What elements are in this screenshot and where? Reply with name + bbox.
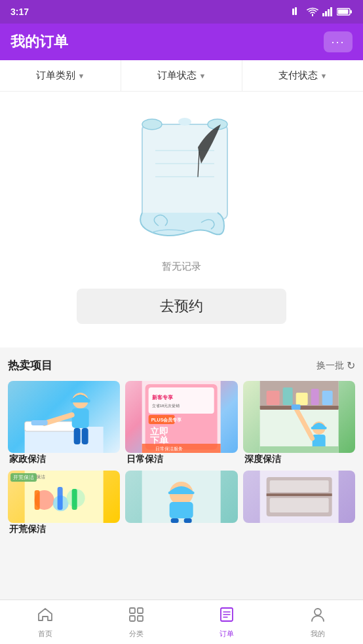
hot-header: 热卖项目 换一批 ↻ — [8, 358, 355, 373]
svg-text:立省18元次促销: 立省18元次促销 — [152, 403, 180, 408]
svg-rect-40 — [282, 387, 292, 405]
page-title: 我的订单 — [10, 32, 68, 52]
hot-item-image-3 — [243, 381, 355, 453]
hot-item-home-cleaning[interactable]: 家政保洁 — [8, 381, 120, 465]
empty-text: 暂无记录 — [162, 260, 201, 273]
filter-category-label: 订单类别 — [36, 69, 75, 82]
filter-payment-status[interactable]: 支付状态 ▼ — [242, 60, 363, 91]
hot-grid: 家政保洁 新客专享 立省18元次促销 — [8, 381, 355, 465]
svg-rect-9 — [142, 124, 227, 219]
nav-home[interactable]: 首页 — [0, 600, 91, 644]
svg-rect-23 — [74, 428, 81, 444]
nav-category[interactable]: 分类 — [91, 600, 182, 644]
svg-rect-3 — [325, 11, 327, 16]
svg-rect-27 — [149, 387, 214, 414]
svg-rect-69 — [269, 480, 328, 492]
grid-icon — [128, 606, 145, 627]
empty-state: 暂无记录 去预约 — [0, 92, 363, 348]
svg-rect-2 — [322, 13, 324, 16]
hot-item-image-5 — [125, 471, 237, 523]
hot-item-image-6 — [243, 471, 355, 523]
hot-item-pioneer-cleaning[interactable]: 开荒保洁 开荒保洁 开荒保洁 — [8, 471, 120, 535]
hot-item-label-1: 家政保洁 — [8, 454, 46, 464]
hot-item-daily-cleaning[interactable]: 新客专享 立省18元次促销 PLUS会员专享 立即 下单 日常保洁服务 — [125, 381, 237, 465]
chevron-down-icon: ▼ — [320, 72, 328, 80]
user-icon — [309, 606, 326, 627]
svg-rect-71 — [130, 608, 135, 613]
svg-rect-7 — [351, 10, 353, 14]
hot-item-5[interactable] — [125, 471, 237, 535]
svg-text:日常保洁服务: 日常保洁服务 — [155, 446, 183, 451]
status-time: 3:17 — [10, 7, 29, 17]
hot-item-deep-cleaning[interactable]: 深度保洁 — [243, 381, 355, 465]
bottom-nav: 首页 分类 订单 — [0, 599, 363, 644]
sim-icon — [292, 7, 303, 16]
nav-profile[interactable]: 我的 — [273, 600, 364, 644]
filter-payment-label: 支付状态 — [278, 69, 318, 82]
svg-point-11 — [178, 118, 191, 126]
svg-rect-65 — [184, 518, 192, 523]
hot-item-label-3: 深度保洁 — [243, 454, 281, 464]
status-icons — [292, 7, 353, 16]
filter-tabs: 订单类别 ▼ 订单状态 ▼ 支付状态 ▼ — [0, 60, 363, 92]
nav-order[interactable]: 订单 — [182, 600, 273, 644]
svg-rect-64 — [171, 518, 179, 523]
svg-rect-22 — [31, 420, 48, 425]
svg-point-10 — [142, 119, 162, 130]
svg-rect-51 — [259, 446, 338, 453]
pioneer-label-badge: 开荒保洁 — [10, 473, 37, 482]
book-button[interactable]: 去预约 — [77, 289, 286, 324]
svg-rect-4 — [328, 9, 330, 16]
svg-point-79 — [315, 609, 321, 615]
svg-rect-42 — [311, 389, 318, 405]
refresh-button[interactable]: 换一批 ↻ — [316, 359, 355, 372]
refresh-label: 换一批 — [316, 360, 344, 372]
svg-rect-24 — [82, 428, 88, 444]
home-icon — [37, 606, 54, 627]
empty-illustration — [116, 111, 247, 255]
nav-home-label: 首页 — [38, 629, 52, 639]
filter-order-status[interactable]: 订单状态 ▼ — [121, 60, 242, 91]
filter-status-label: 订单状态 — [157, 69, 197, 82]
svg-rect-43 — [322, 391, 332, 405]
svg-rect-1 — [295, 7, 297, 15]
svg-rect-45 — [311, 427, 326, 429]
hot-section: 热卖项目 换一批 ↻ — [0, 348, 363, 541]
svg-rect-74 — [138, 616, 143, 621]
nav-order-label: 订单 — [220, 629, 234, 639]
svg-rect-19 — [71, 399, 90, 402]
more-dots: ··· — [331, 35, 345, 49]
svg-rect-59 — [72, 489, 77, 510]
svg-rect-5 — [330, 7, 332, 16]
nav-category-label: 分类 — [129, 629, 143, 639]
refresh-icon: ↻ — [347, 359, 355, 372]
signal-icon — [322, 7, 333, 16]
order-icon — [218, 606, 235, 627]
svg-rect-68 — [266, 493, 332, 496]
svg-rect-63 — [170, 502, 193, 518]
hot-item-label-2: 日常保洁 — [125, 454, 163, 464]
filter-order-category[interactable]: 订单类别 ▼ — [0, 60, 121, 91]
header: 我的订单 ··· — [0, 24, 363, 60]
more-button[interactable]: ··· — [324, 31, 353, 52]
svg-text:PLUS会员专享: PLUS会员专享 — [151, 417, 183, 423]
battery-icon — [337, 8, 353, 16]
svg-text:新客专享: 新客专享 — [152, 394, 174, 401]
svg-rect-73 — [130, 616, 135, 621]
hot-item-label-4: 开荒保洁 — [8, 524, 46, 534]
svg-rect-58 — [58, 487, 63, 510]
svg-rect-0 — [292, 9, 294, 15]
empty-scroll-image — [116, 111, 247, 255]
svg-rect-70 — [269, 498, 328, 512]
svg-rect-20 — [72, 408, 89, 428]
status-bar: 3:17 — [0, 0, 363, 24]
svg-rect-39 — [266, 391, 279, 405]
svg-rect-72 — [138, 608, 143, 613]
hot-item-6[interactable] — [243, 471, 355, 535]
chevron-down-icon: ▼ — [199, 72, 206, 80]
chevron-down-icon: ▼ — [78, 72, 85, 80]
svg-rect-8 — [338, 10, 349, 14]
hot-row-2: 开荒保洁 开荒保洁 开荒保洁 — [8, 471, 355, 541]
nav-profile-label: 我的 — [311, 629, 325, 639]
wifi-icon — [307, 7, 318, 16]
